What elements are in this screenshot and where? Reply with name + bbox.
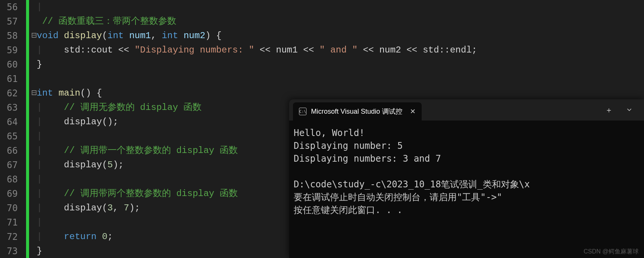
line-number: 59	[7, 43, 18, 57]
line-number: 67	[7, 158, 18, 172]
line-number: 70	[7, 201, 18, 215]
chevron-down-icon	[627, 107, 632, 113]
console-output[interactable]: Hello, World! Displaying number: 5 Displ…	[289, 121, 644, 222]
line-number: 57	[7, 14, 18, 29]
line-number: 66	[7, 144, 18, 158]
console-tab-title: Microsoft Visual Studio 调试控	[311, 107, 402, 116]
line-number: 72	[7, 230, 18, 244]
line-number: 68	[7, 172, 18, 187]
new-tab-button[interactable]: ＋	[600, 103, 618, 117]
line-number: 73	[7, 244, 18, 258]
line-number: 61	[7, 72, 18, 86]
tab-dropdown-button[interactable]	[621, 103, 638, 117]
change-indicator-bar	[26, 0, 29, 258]
tab-actions: ＋	[600, 103, 644, 117]
line-number: 65	[7, 129, 18, 144]
line-number: 63	[7, 100, 18, 115]
close-icon[interactable]: ✕	[410, 107, 416, 116]
line-number: 60	[7, 57, 18, 72]
console-window: C:\ Microsoft Visual Studio 调试控 ✕ ＋ Hell…	[289, 99, 644, 258]
console-titlebar: C:\ Microsoft Visual Studio 调试控 ✕ ＋	[289, 99, 644, 121]
line-number: 58	[7, 29, 18, 43]
line-number-gutter: 565758596061626364656667686970717273	[0, 0, 26, 258]
line-number: 56	[7, 0, 18, 14]
watermark: CSDN @鳄鱼麻薯球	[584, 248, 639, 256]
console-tab[interactable]: C:\ Microsoft Visual Studio 调试控 ✕	[293, 102, 422, 121]
terminal-icon: C:\	[299, 108, 307, 115]
line-number: 71	[7, 215, 18, 230]
line-number: 69	[7, 187, 18, 201]
line-number: 62	[7, 86, 18, 100]
line-number: 64	[7, 115, 18, 129]
